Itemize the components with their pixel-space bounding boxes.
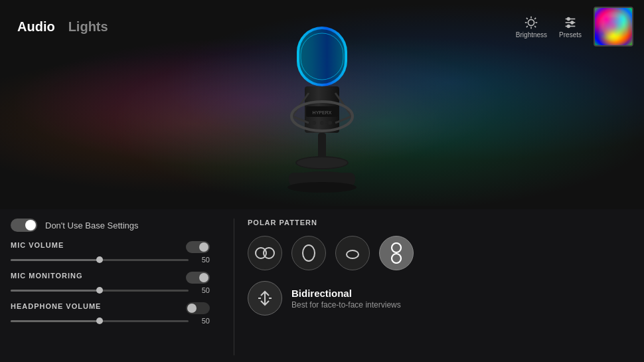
mic-monitoring-slider-row: 50 (11, 286, 210, 294)
base-settings-label: Don't Use Base Settings (45, 221, 139, 230)
svg-point-39 (392, 243, 401, 252)
left-controls: Don't Use Base Settings MIC VOLUME 50 MI (11, 219, 223, 355)
svg-point-21 (312, 121, 316, 125)
svg-line-7 (535, 17, 536, 19)
presets-icon (563, 15, 578, 30)
panel-divider (234, 219, 234, 355)
mic-monitoring-slider[interactable] (11, 290, 189, 292)
headphone-volume-section: HEADPHONE VOLUME 50 (11, 302, 210, 325)
brightness-button[interactable]: Brightness (516, 15, 547, 39)
pattern-icons-row (248, 236, 633, 270)
preset-thumbnail[interactable] (594, 7, 633, 46)
header-right: Brightness Presets (516, 7, 633, 46)
mic-monitoring-section: MIC MONITORING 50 (11, 272, 210, 294)
mic-monitoring-header: MIC MONITORING (11, 272, 210, 284)
headphone-volume-slider-row: 50 (11, 317, 210, 325)
svg-point-38 (347, 250, 359, 258)
pattern-name: Bidirectional (291, 288, 401, 299)
svg-line-6 (535, 26, 536, 27)
svg-point-0 (528, 19, 534, 25)
svg-point-40 (392, 254, 401, 263)
base-settings-toggle[interactable] (11, 219, 37, 232)
mic-volume-slider-row: 50 (11, 256, 210, 264)
mic-volume-value: 50 (194, 256, 210, 264)
polar-pattern-label: POLAR PATTERN (248, 219, 633, 226)
pattern-desc-text: Bidirectional Best for face-to-face inte… (291, 288, 401, 310)
app-header: Audio Lights Brightness (0, 0, 644, 53)
headphone-volume-label: HEADPHONE VOLUME (11, 302, 101, 310)
mic-monitoring-toggle[interactable] (186, 272, 210, 284)
mic-volume-slider[interactable] (11, 259, 189, 261)
svg-point-13 (571, 21, 574, 24)
svg-point-34 (287, 182, 357, 193)
svg-point-12 (567, 17, 570, 20)
mic-volume-section: MIC VOLUME 50 (11, 241, 210, 264)
svg-point-37 (303, 245, 315, 261)
mic-volume-header: MIC VOLUME (11, 241, 210, 253)
tab-lights[interactable]: Lights (62, 17, 115, 37)
presets-button[interactable]: Presets (559, 15, 582, 39)
bidirectional-desc-icon (253, 286, 277, 310)
pattern-stereo-button[interactable] (248, 236, 282, 270)
svg-point-22 (320, 121, 324, 125)
headphone-volume-toggle[interactable] (186, 302, 210, 314)
pattern-desc-icon (248, 281, 282, 316)
brightness-icon (524, 15, 538, 30)
svg-point-14 (567, 25, 570, 27)
mic-monitoring-label: MIC MONITORING (11, 272, 83, 280)
svg-line-5 (526, 17, 528, 19)
headphone-volume-slider[interactable] (11, 320, 189, 322)
pattern-bidirectional-button[interactable] (379, 236, 414, 270)
svg-point-31 (297, 157, 347, 168)
tab-audio[interactable]: Audio (11, 17, 62, 37)
pattern-subtext: Best for face-to-face interviews (291, 300, 401, 310)
pattern-omni-button[interactable] (335, 236, 370, 270)
svg-point-36 (264, 248, 274, 258)
svg-point-23 (328, 121, 332, 125)
brightness-label: Brightness (516, 31, 547, 39)
presets-label: Presets (559, 31, 582, 39)
mic-monitoring-value: 50 (194, 286, 210, 294)
base-settings-row: Don't Use Base Settings (11, 219, 210, 232)
bottom-panel: Don't Use Base Settings MIC VOLUME 50 MI (0, 209, 644, 362)
mic-volume-toggle[interactable] (186, 241, 210, 253)
svg-line-8 (526, 26, 528, 27)
right-controls: POLAR PATTERN (245, 219, 633, 355)
headphone-volume-value: 50 (194, 317, 210, 325)
pattern-cardioid-button[interactable] (291, 236, 326, 270)
headphone-volume-header: HEADPHONE VOLUME (11, 302, 210, 314)
pattern-description: Bidirectional Best for face-to-face inte… (248, 281, 633, 316)
svg-rect-29 (318, 133, 326, 159)
mic-volume-label: MIC VOLUME (11, 241, 64, 249)
svg-text:HYPERX: HYPERX (313, 110, 332, 115)
